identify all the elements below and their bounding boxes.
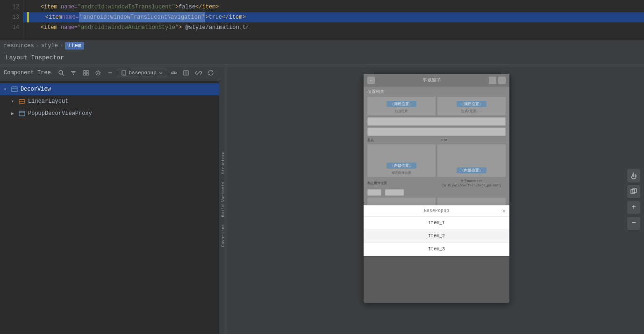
device-selector[interactable]: basepopup: [118, 69, 166, 77]
pair-cells-row: （内部位置） 相左组件位置 （内部位置）: [364, 143, 509, 178]
side-tab-favorites[interactable]: Favorites: [220, 222, 227, 249]
popup-close-button[interactable]: ×: [502, 208, 506, 215]
popup-title: BasePopup: [364, 206, 509, 217]
line-num-14: 14: [4, 22, 19, 33]
popup-overlay: BasePopup × Item_1 Item_2 Item_3: [364, 205, 509, 256]
svg-rect-5: [84, 71, 86, 72]
expand-icon[interactable]: [81, 68, 90, 78]
tree-node-popupdecor[interactable]: ▶ PopupDecorViewProxy: [0, 107, 219, 120]
3d-toggle-button[interactable]: [627, 185, 640, 198]
svg-rect-7: [84, 73, 86, 75]
popup-item-3[interactable]: Item_3: [364, 243, 509, 256]
linearlayout-icon: [18, 97, 26, 106]
input-row-1: [364, 116, 509, 127]
breadcrumb-style[interactable]: style: [41, 43, 58, 49]
action-labels-row: 相左组件位置 大于0andilor(a.htywindow.forceNo(h_…: [364, 178, 509, 188]
section-end: End: [383, 138, 506, 142]
app-title: 平览窗子: [377, 77, 487, 84]
form-cell-btn-left[interactable]: （调用位置）: [386, 101, 416, 107]
svg-point-0: [59, 71, 63, 74]
minus-icon[interactable]: [106, 68, 115, 78]
refresh-icon[interactable]: [206, 68, 215, 78]
line-num-13: 13: [4, 12, 19, 22]
decorview-icon: [10, 85, 19, 93]
form-cells-row: （调用位置） 仙当组件 （调用位置） 生成/定置...: [364, 96, 509, 116]
frame-icon[interactable]: [181, 68, 191, 78]
expand-arrow-linearlayout[interactable]: ▾: [11, 99, 18, 104]
title-icons: [489, 77, 506, 84]
pair-cell-right: （内部位置）: [437, 144, 506, 177]
popupdecor-icon: [18, 109, 26, 118]
form-cell-label-left: 仙当组件: [395, 109, 408, 114]
linearlayout-label: LinearLayout: [28, 98, 68, 105]
svg-point-12: [124, 74, 124, 74]
hand-tool-button[interactable]: [627, 169, 640, 182]
breadcrumb-resources[interactable]: resources: [4, 43, 34, 49]
pair-cell-left: （内部位置） 相左组件位置: [367, 144, 436, 177]
code-line-14: <item name="android:windowAnimationStyle…: [27, 22, 640, 33]
device-name: basepopup: [129, 70, 156, 76]
form-cell-left: （调用位置） 仙当组件: [367, 97, 436, 115]
settings-icon[interactable]: [93, 68, 103, 78]
title-icon-1[interactable]: [489, 77, 496, 84]
expand-arrow-decorview[interactable]: ▾: [4, 86, 10, 92]
filter-icon[interactable]: [69, 68, 78, 78]
plus-icon: +: [631, 204, 636, 211]
popup-item-1[interactable]: Item_1: [364, 217, 509, 230]
pair-btn-right[interactable]: （内部位置）: [457, 167, 487, 173]
input-field-1[interactable]: [367, 117, 506, 126]
form-cell-btn-right[interactable]: （调用位置）: [457, 101, 487, 107]
svg-point-9: [97, 71, 99, 74]
svg-rect-21: [19, 111, 25, 116]
input-row-2: [364, 127, 509, 137]
tree-toolbar: Component Tree: [0, 64, 219, 81]
svg-rect-8: [86, 73, 88, 75]
decorview-label: DecorView: [21, 86, 51, 92]
popup-item-2[interactable]: Item_2: [364, 230, 509, 243]
side-tab-build-variants[interactable]: Build Variants: [220, 180, 227, 219]
action-label-right: 大于0andilor(a.htywindow.forceNo(h_parent): [437, 179, 506, 187]
pair-label-left: 相左组件位置: [392, 171, 411, 175]
zoom-out-button[interactable]: −: [627, 217, 640, 230]
expand-arrow-popupdecor[interactable]: ▶: [11, 111, 18, 116]
svg-line-1: [62, 74, 64, 76]
popupdecor-label: PopupDecorViewProxy: [28, 110, 92, 117]
inspector-title: Layout Inspector: [6, 54, 64, 61]
side-tab-structure[interactable]: Structure: [220, 149, 227, 176]
tree-node-decorview[interactable]: ▾ DecorView: [0, 83, 219, 95]
action-label-left: 相左组件位置: [367, 181, 436, 185]
device-preview: ← 平览窗子 位置相关 （调用位置） 仙当组件 （调用: [364, 74, 509, 303]
input-field-2[interactable]: [367, 128, 506, 136]
svg-point-13: [173, 72, 175, 74]
right-actions: + −: [627, 169, 640, 230]
pair-btn-left[interactable]: （内部位置）: [386, 163, 416, 169]
input-small-2[interactable]: [385, 189, 404, 196]
svg-rect-14: [184, 71, 188, 75]
app-title-bar: ← 平览窗子: [364, 74, 509, 87]
section-start: 起点: [367, 138, 381, 142]
form-cell-right: （调用位置） 生成/定置...: [437, 97, 506, 115]
form-cell-label-right: 生成/定置...: [461, 109, 482, 114]
breadcrumb-item[interactable]: item: [65, 42, 84, 50]
component-tree: ▾ DecorView ▾: [0, 81, 219, 334]
input-row-small: [364, 188, 509, 197]
right-panel: Structure Build Variants Favorites ← 平览窗…: [220, 64, 644, 334]
code-line-12: <item name="android:windowIsTranslucent"…: [27, 2, 640, 12]
left-panel: Component Tree: [0, 64, 220, 334]
svg-rect-17: [12, 87, 17, 92]
title-icon-2[interactable]: [498, 77, 506, 84]
breadcrumb: resources › style › item: [0, 40, 644, 51]
eye-icon[interactable]: [169, 68, 179, 78]
side-tabs: Structure Build Variants Favorites: [220, 64, 227, 334]
code-editor-area: 12 13 14 <item name="android:windowIsTra…: [0, 0, 644, 51]
code-line-13: <item name="android:windowTranslucentNav…: [23, 12, 644, 22]
section-label-position: 位置相关: [364, 87, 509, 96]
svg-rect-6: [86, 71, 88, 72]
tree-node-linearlayout[interactable]: ▾ LinearLayout: [0, 95, 219, 107]
link-icon[interactable]: [193, 68, 203, 78]
back-button[interactable]: ←: [367, 77, 375, 84]
main-area: Component Tree: [0, 64, 644, 334]
zoom-in-button[interactable]: +: [627, 201, 640, 214]
input-small[interactable]: [367, 189, 381, 196]
search-icon[interactable]: [57, 68, 66, 78]
